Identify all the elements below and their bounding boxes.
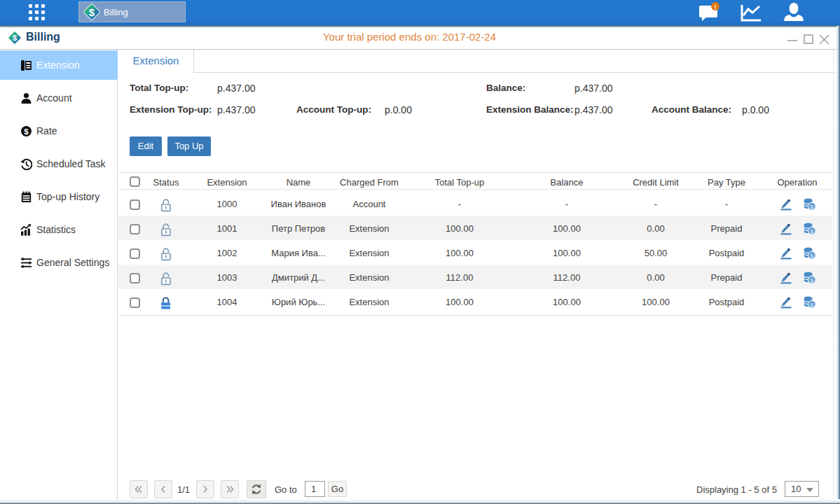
svg-text:$: $ <box>24 127 29 136</box>
svg-text:!: ! <box>715 4 717 10</box>
svg-text:$: $ <box>89 6 95 18</box>
